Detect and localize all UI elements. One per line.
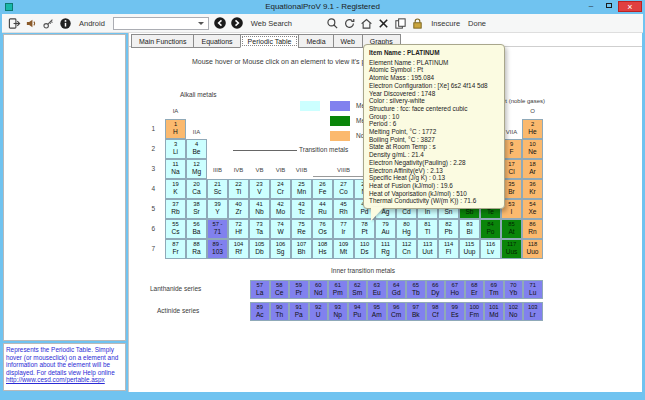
minimize-button[interactable]: –	[582, 1, 600, 12]
tab-media[interactable]: Media	[298, 34, 333, 48]
nav-back-icon[interactable]	[213, 16, 227, 30]
element-cell-uup[interactable]: 115Uup	[459, 239, 480, 259]
element-cell-ds[interactable]: 110Ds	[354, 239, 375, 259]
element-cell-po[interactable]: 84Po	[480, 219, 501, 239]
element-cell-ra[interactable]: 88Ra	[186, 239, 207, 259]
element-cell-he[interactable]: 2He	[522, 119, 543, 139]
element-cell-kr[interactable]: 36Kr	[522, 179, 543, 199]
element-cell-la[interactable]: 57La	[250, 280, 270, 299]
element-cell-fl[interactable]: 114Fl	[438, 239, 459, 259]
element-cell-cs[interactable]: 55Cs	[165, 219, 186, 239]
element-cell-v[interactable]: 23V	[249, 179, 270, 199]
element-cell-tl[interactable]: 81Tl	[417, 219, 438, 239]
tab-periodic-table[interactable]: Periodic Table	[240, 34, 300, 48]
element-cell-bi[interactable]: 83Bi	[459, 219, 480, 239]
close-button[interactable]: ×	[618, 1, 642, 12]
element-cell-ta[interactable]: 73Ta	[249, 219, 270, 239]
element-cell-er[interactable]: 68Er	[465, 280, 485, 299]
element-cell-au[interactable]: 79Au	[375, 219, 396, 239]
element-cell-bk[interactable]: 97Bk	[406, 302, 426, 321]
element-cell-ru[interactable]: 44Ru	[312, 199, 333, 219]
element-cell-uut[interactable]: 113Uut	[417, 239, 438, 259]
element-cell-mo[interactable]: 42Mo	[270, 199, 291, 219]
element-cell-zr[interactable]: 40Zr	[228, 199, 249, 219]
maximize-button[interactable]	[600, 1, 618, 12]
series-range-cell[interactable]: 57 -71	[207, 219, 228, 239]
element-cell-y[interactable]: 39Y	[207, 199, 228, 219]
element-cell-nd[interactable]: 60Nd	[309, 280, 329, 299]
element-cell-k[interactable]: 19K	[165, 179, 186, 199]
element-cell-gd[interactable]: 64Gd	[387, 280, 407, 299]
element-cell-am[interactable]: 95Am	[367, 302, 387, 321]
element-cell-cn[interactable]: 112Cn	[396, 239, 417, 259]
element-cell-nb[interactable]: 41Nb	[249, 199, 270, 219]
export-icon[interactable]	[7, 16, 21, 30]
element-cell-at[interactable]: 85At	[501, 219, 522, 239]
element-cell-lv[interactable]: 116Lv	[480, 239, 501, 259]
element-cell-mt[interactable]: 109Mt	[333, 239, 354, 259]
element-cell-ce[interactable]: 58Ce	[270, 280, 290, 299]
element-cell-os[interactable]: 76Os	[312, 219, 333, 239]
element-cell-uus[interactable]: 117Uus	[501, 239, 522, 259]
element-cell-th[interactable]: 90Th	[270, 302, 290, 321]
element-cell-np[interactable]: 93Np	[328, 302, 348, 321]
element-cell-sc[interactable]: 21Sc	[207, 179, 228, 199]
chevron-down-icon[interactable]	[196, 19, 207, 28]
element-cell-fe[interactable]: 26Fe	[312, 179, 333, 199]
delete-icon[interactable]	[376, 16, 390, 30]
element-cell-sg[interactable]: 106Sg	[270, 239, 291, 259]
element-cell-uuo[interactable]: 118Uuo	[522, 239, 543, 259]
element-cell-pb[interactable]: 82Pb	[438, 219, 459, 239]
element-cell-na[interactable]: 11Na	[165, 159, 186, 179]
home-icon[interactable]	[359, 16, 373, 30]
element-cell-h[interactable]: 1H	[165, 119, 186, 139]
element-cell-u[interactable]: 92U	[309, 302, 329, 321]
element-cell-pt[interactable]: 78Pt	[354, 219, 375, 239]
element-cell-ne[interactable]: 10Ne	[522, 139, 543, 159]
element-cell-cm[interactable]: 96Cm	[387, 302, 407, 321]
tab-web[interactable]: Web	[333, 34, 363, 48]
element-cell-ir[interactable]: 77Ir	[333, 219, 354, 239]
key-icon[interactable]	[41, 16, 55, 30]
speaker-icon[interactable]	[24, 16, 38, 30]
element-cell-rn[interactable]: 86Rn	[522, 219, 543, 239]
element-cell-rh[interactable]: 45Rh	[333, 199, 354, 219]
element-cell-pa[interactable]: 91Pa	[289, 302, 309, 321]
element-cell-ac[interactable]: 89Ac	[250, 302, 270, 321]
help-link[interactable]: http://www.cesd.com/pertable.aspx	[6, 376, 105, 383]
element-cell-tb[interactable]: 65Tb	[406, 280, 426, 299]
element-cell-be[interactable]: 4Be	[186, 139, 207, 159]
element-cell-hf[interactable]: 72Hf	[228, 219, 249, 239]
element-cell-rb[interactable]: 37Rb	[165, 199, 186, 219]
element-cell-sm[interactable]: 62Sm	[348, 280, 368, 299]
series-range-cell[interactable]: 89 -103	[207, 239, 228, 259]
done-button[interactable]: Done	[468, 19, 486, 28]
element-cell-bh[interactable]: 107Bh	[291, 239, 312, 259]
element-cell-lu[interactable]: 71Lu	[523, 280, 543, 299]
element-cell-ca[interactable]: 20Ca	[186, 179, 207, 199]
element-cell-sr[interactable]: 38Sr	[186, 199, 207, 219]
element-cell-mg[interactable]: 12Mg	[186, 159, 207, 179]
tab-equations[interactable]: Equations	[193, 34, 240, 48]
copy-icon[interactable]	[393, 16, 407, 30]
element-cell-ti[interactable]: 22Ti	[228, 179, 249, 199]
element-cell-cr[interactable]: 24Cr	[270, 179, 291, 199]
element-cell-re[interactable]: 75Re	[291, 219, 312, 239]
element-cell-ar[interactable]: 18Ar	[522, 159, 543, 179]
element-cell-md[interactable]: 101Md	[484, 302, 504, 321]
element-cell-fm[interactable]: 100Fm	[465, 302, 485, 321]
element-cell-pm[interactable]: 61Pm	[328, 280, 348, 299]
element-cell-w[interactable]: 74W	[270, 219, 291, 239]
element-cell-cf[interactable]: 98Cf	[426, 302, 446, 321]
element-cell-fr[interactable]: 87Fr	[165, 239, 186, 259]
element-cell-xe[interactable]: 54Xe	[522, 199, 543, 219]
element-cell-tc[interactable]: 43Tc	[291, 199, 312, 219]
element-cell-hs[interactable]: 108Hs	[312, 239, 333, 259]
element-cell-rf[interactable]: 104Rf	[228, 239, 249, 259]
element-cell-co[interactable]: 27Co	[333, 179, 354, 199]
info-icon[interactable]	[58, 16, 72, 30]
element-cell-yb[interactable]: 70Yb	[504, 280, 524, 299]
element-cell-pr[interactable]: 59Pr	[289, 280, 309, 299]
element-cell-lr[interactable]: 103Lr	[523, 302, 543, 321]
element-cell-es[interactable]: 99Es	[445, 302, 465, 321]
